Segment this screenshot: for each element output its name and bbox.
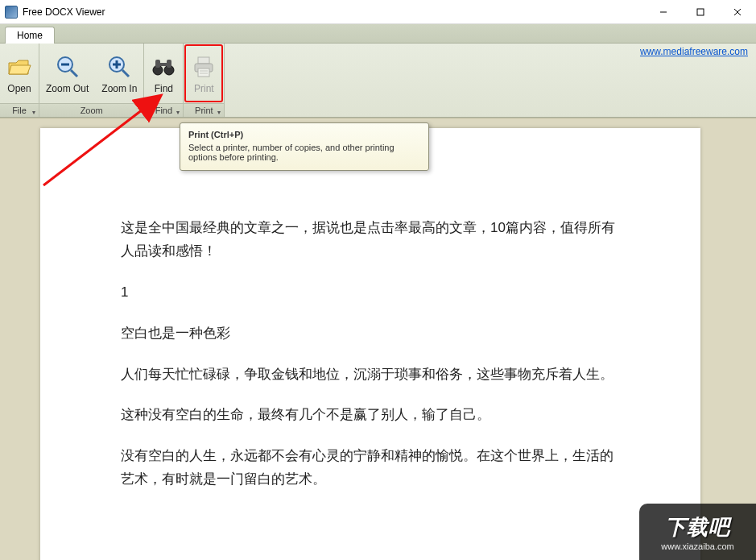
doc-paragraph: 1 <box>121 281 620 305</box>
tab-strip: Home <box>0 24 756 44</box>
group-print: Print Print▾ <box>184 44 225 117</box>
svg-rect-16 <box>198 57 209 64</box>
app-icon <box>5 6 18 19</box>
svg-rect-14 <box>167 60 171 68</box>
group-print-label[interactable]: Print▾ <box>184 103 224 117</box>
open-folder-icon <box>6 54 32 80</box>
group-zoom-label: Zoom <box>39 103 143 117</box>
svg-rect-18 <box>198 68 209 77</box>
group-file-label[interactable]: File▾ <box>0 103 39 117</box>
group-file: Open File▾ <box>0 44 39 117</box>
document-viewport[interactable]: 这是全中国最经典的文章之一，据说也是点击率最高的文章，10篇内容，值得所有人品读… <box>0 118 756 560</box>
close-button[interactable] <box>719 0 756 24</box>
svg-line-5 <box>71 70 77 77</box>
open-button[interactable]: Open <box>1 44 38 102</box>
print-label: Print <box>194 83 214 94</box>
open-label: Open <box>7 83 31 94</box>
group-find-label[interactable]: Find▾ <box>144 103 183 117</box>
window-title: Free DOCX Viewer <box>23 6 105 18</box>
print-button[interactable]: Print <box>184 44 223 102</box>
doc-paragraph: 没有空白的人生，永远都不会有心灵的宁静和精神的愉悦。在这个世界上，生活的艺术，有… <box>121 445 620 492</box>
tooltip-body: Select a printer, number of copies, and … <box>188 143 420 162</box>
print-tooltip: Print (Ctrl+P) Select a printer, number … <box>180 122 429 171</box>
zoom-in-button[interactable]: Zoom In <box>96 44 143 102</box>
zoom-out-label: Zoom Out <box>46 83 89 94</box>
binoculars-icon <box>151 54 176 80</box>
group-zoom: Zoom Out Zoom In Zoom <box>39 44 144 117</box>
ribbon: www.mediafreeware.com Open File▾ <box>0 44 756 118</box>
zoom-out-icon <box>55 54 81 80</box>
svg-rect-1 <box>697 9 704 15</box>
svg-rect-15 <box>160 63 167 66</box>
find-label: Find <box>155 83 173 94</box>
group-find: Find Find▾ <box>144 44 184 117</box>
zoom-in-icon <box>106 54 132 80</box>
zoom-in-label: Zoom In <box>101 83 137 94</box>
document-page: 这是全中国最经典的文章之一，据说也是点击率最高的文章，10篇内容，值得所有人品读… <box>40 128 700 560</box>
tooltip-title: Print (Ctrl+P) <box>188 130 420 139</box>
find-button[interactable]: Find <box>145 44 182 102</box>
svg-line-8 <box>122 70 129 77</box>
doc-paragraph: 空白也是一种色彩 <box>121 322 620 346</box>
maximize-button[interactable] <box>682 0 719 24</box>
tab-home[interactable]: Home <box>5 27 55 44</box>
vendor-link[interactable]: www.mediafreeware.com <box>640 46 748 57</box>
title-bar: Free DOCX Viewer <box>0 0 756 24</box>
doc-paragraph: 人们每天忙忙碌碌，争取金钱和地位，沉溺于琐事和俗务，这些事物充斥着人生。 <box>121 363 620 387</box>
doc-paragraph: 这是全中国最经典的文章之一，据说也是点击率最高的文章，10篇内容，值得所有人品读… <box>121 217 620 263</box>
doc-paragraph: 这种没有空白的生命，最终有几个不是赢了别人，输了自己。 <box>121 404 620 427</box>
printer-icon <box>191 54 217 80</box>
svg-rect-13 <box>155 60 160 68</box>
zoom-out-button[interactable]: Zoom Out <box>40 44 94 102</box>
minimize-button[interactable] <box>645 0 682 24</box>
